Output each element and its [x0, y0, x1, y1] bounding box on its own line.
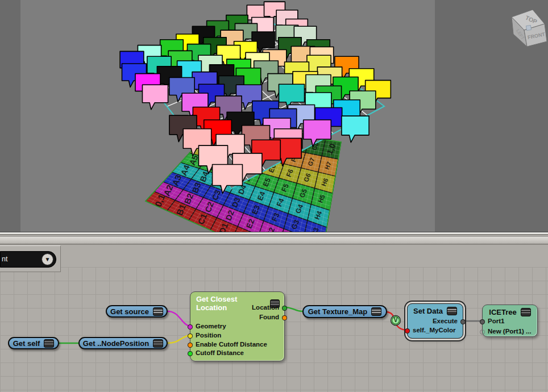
- port-label: New (Port1) ...: [488, 328, 532, 335]
- node-get-nodeposition[interactable]: Get ..NodePosition: [78, 337, 168, 349]
- nav-cube-center-marker: [526, 25, 531, 30]
- node-get-texture-map[interactable]: Get Texture_Map: [302, 305, 387, 318]
- output-port-dot[interactable]: [460, 319, 466, 324]
- comment-bubble[interactable]: [342, 116, 369, 143]
- comment-bubble[interactable]: [142, 85, 168, 110]
- softimage-window: 0,1B1C1D1E1F1G1H1A2B2C2D2E2F2G2H2A3B3C3D…: [0, 0, 548, 392]
- 3d-viewport[interactable]: 0,1B1C1D1E1F1G1H1A2B2C2D2E2F2G2H2A3B3C3D…: [20, 0, 435, 232]
- node-title: ICETree: [489, 308, 516, 316]
- input-port-dot[interactable]: [188, 333, 193, 339]
- node-title: Get ..NodePosition: [83, 339, 149, 348]
- port-label: Enable Cutoff Distance: [196, 341, 267, 348]
- node-menu-icon[interactable]: [153, 339, 163, 348]
- node-get-closest-location[interactable]: Get Closest LocationGeometryPositionEnab…: [190, 291, 285, 361]
- node-title: Get source: [110, 307, 149, 316]
- input-port-dot[interactable]: [188, 343, 193, 348]
- node-menu-icon[interactable]: [521, 308, 531, 316]
- node-menu-icon[interactable]: [447, 307, 457, 315]
- port-label: Location: [252, 304, 279, 311]
- node-menu-icon[interactable]: [153, 307, 163, 316]
- port-label: Geometry: [196, 323, 226, 330]
- input-port-dot[interactable]: [188, 351, 193, 356]
- nav-cube[interactable]: TOPFRONTLEFT: [508, 6, 548, 51]
- input-port-dot[interactable]: [405, 328, 410, 333]
- port-label: Execute: [433, 318, 458, 324]
- output-port-dot[interactable]: [282, 306, 287, 311]
- node-get-source[interactable]: Get source: [106, 305, 168, 318]
- input-port-dot[interactable]: [480, 319, 485, 324]
- chevron-down-icon[interactable]: ▼: [41, 253, 53, 265]
- node-get-self[interactable]: Get self: [8, 337, 59, 349]
- viewport-editor-splitter[interactable]: [0, 232, 548, 245]
- node-icetree[interactable]: ICETreePort1New (Port1) ...: [482, 305, 538, 337]
- port-label: self._MyColor: [413, 327, 455, 333]
- port-label: Found: [259, 314, 279, 320]
- output-port-dot[interactable]: [282, 315, 287, 320]
- input-port-dot[interactable]: [188, 324, 193, 330]
- node-set-data[interactable]: Set Dataself._MyColorExecute: [407, 303, 463, 339]
- viewport-scene: 0,1B1C1D1E1F1G1H1A2B2C2D2E2F2G2H2A3B3C3D…: [20, 0, 435, 232]
- node-title: Set Data: [413, 307, 443, 315]
- port-label: Cutoff Distance: [196, 349, 244, 356]
- node-menu-icon[interactable]: [44, 339, 54, 348]
- context-dropdown[interactable]: nt ▼: [0, 251, 56, 268]
- port-label: Position: [196, 332, 221, 339]
- port-label: Port1: [488, 318, 504, 324]
- node-title: Get self: [13, 339, 40, 348]
- editor-toolbar: nt ▼: [0, 245, 61, 272]
- node-menu-icon[interactable]: [371, 307, 381, 316]
- input-port-dot[interactable]: [480, 330, 485, 335]
- node-title: Get Texture_Map: [308, 307, 368, 316]
- context-dropdown-label: nt: [2, 255, 7, 263]
